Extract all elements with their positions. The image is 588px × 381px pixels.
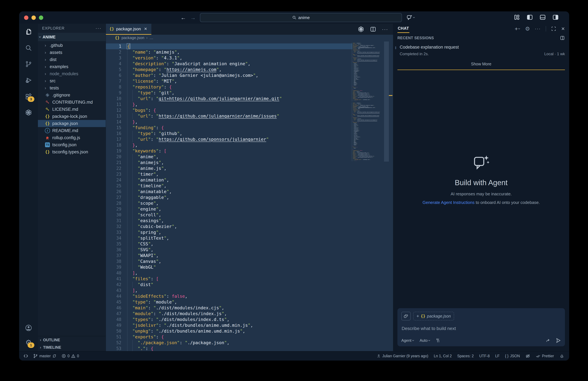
code-line[interactable]: "main": "./dist/modules/index.cjs", bbox=[352, 152, 385, 153]
tree-item-package-lock-json[interactable]: {}package-lock.json bbox=[38, 113, 106, 120]
code-line[interactable]: "bugs": { bbox=[352, 114, 385, 115]
code-line[interactable]: "license": "MIT", bbox=[352, 108, 385, 109]
code-line[interactable]: "spring", bbox=[352, 137, 385, 139]
minimize-window-button[interactable] bbox=[31, 16, 36, 20]
code-line[interactable]: "scope", bbox=[127, 200, 350, 206]
generate-agent-instructions-link[interactable]: Generate Agent Instructions bbox=[422, 200, 474, 205]
code-line[interactable]: { bbox=[352, 42, 385, 43]
code-line[interactable]: "keywords": [ bbox=[352, 62, 385, 63]
code-line[interactable]: "type": "git", bbox=[127, 90, 350, 96]
code-line[interactable]: "bugs": { bbox=[352, 54, 385, 55]
code-line[interactable]: "scroll", bbox=[352, 74, 385, 75]
code-line[interactable]: "timeline", bbox=[352, 129, 385, 130]
context-chip-package-json[interactable]: + {} package.json bbox=[413, 312, 454, 320]
code-line[interactable]: "./package.json": "./package.json", bbox=[127, 340, 350, 346]
code-line[interactable]: ], bbox=[127, 270, 350, 276]
code-line[interactable]: "main": "./dist/modules/index.cjs", bbox=[127, 305, 350, 311]
code-line[interactable]: "sideEffects": false, bbox=[352, 90, 385, 91]
code-line[interactable]: "keywords": [ bbox=[127, 148, 350, 154]
code-line[interactable]: "draggable", bbox=[352, 71, 385, 72]
tree-item-contributing-md[interactable]: CONTRIBUTING.md bbox=[38, 99, 106, 106]
code-line[interactable]: "timer", bbox=[127, 171, 350, 177]
code-line[interactable]: "module": "./dist/modules/index.js", bbox=[352, 153, 385, 155]
code-line[interactable]: "name": "animejs", bbox=[352, 43, 385, 44]
code-line[interactable]: "Canvas", bbox=[127, 258, 350, 264]
session-title[interactable]: Codebase explanation request bbox=[400, 45, 565, 50]
code-line[interactable]: "spring", bbox=[127, 229, 350, 235]
code-line[interactable]: "types": "./dist/modules/index.d.ts", bbox=[127, 316, 350, 322]
code-line[interactable]: }, bbox=[352, 53, 385, 54]
code-line[interactable]: "engine", bbox=[127, 206, 350, 212]
code-line[interactable]: "repository": { bbox=[352, 49, 385, 50]
tree-item-node-modules[interactable]: ›node_modules bbox=[38, 70, 106, 77]
code-line[interactable]: { bbox=[352, 101, 385, 103]
workspace-section-header[interactable]: › ANIME bbox=[38, 33, 106, 41]
code-line[interactable]: "url": "git+https://github.com/juliangar… bbox=[127, 96, 350, 102]
code-line[interactable]: "description": "JavaScript animation eng… bbox=[352, 45, 385, 46]
code-line[interactable]: "name": "animejs", bbox=[352, 103, 385, 104]
code-editor[interactable]: 1234567891011121314151617181920212223242… bbox=[106, 41, 393, 351]
code-line[interactable]: "WebGL" bbox=[127, 264, 350, 270]
code-line[interactable]: "name": "animejs", bbox=[127, 49, 350, 55]
code-line[interactable]: "dist" bbox=[352, 148, 385, 149]
code-line[interactable]: "Canvas", bbox=[352, 143, 385, 144]
tree-item-package-json[interactable]: {}package.json bbox=[38, 120, 106, 127]
command-center-search[interactable]: anime bbox=[200, 13, 402, 22]
breadcrumb-symbol[interactable]: … bbox=[149, 36, 153, 40]
code-line[interactable]: "scroll", bbox=[352, 134, 385, 135]
code-line[interactable]: "SVG", bbox=[127, 247, 350, 253]
code-line[interactable]: "bugs": { bbox=[127, 107, 350, 113]
activity-item-extensions[interactable]: 3 bbox=[24, 92, 33, 101]
code-line[interactable]: "keywords": [ bbox=[352, 122, 385, 123]
indentation-status[interactable]: Spaces: 2 bbox=[457, 354, 474, 358]
code-line[interactable]: "WebGL" bbox=[352, 85, 385, 86]
code-line[interactable]: "WAAPI", bbox=[352, 82, 385, 83]
code-line[interactable]: "version": "4.3.1", bbox=[127, 55, 350, 61]
code-line[interactable]: "url": "git+https://github.com/juliangar… bbox=[352, 112, 385, 113]
code-line[interactable]: "jsdelivr": "./dist/bundles/anime.umd.mi… bbox=[352, 96, 385, 97]
toggle-panel-icon[interactable] bbox=[539, 14, 546, 21]
tree-item-src[interactable]: ›src bbox=[38, 77, 106, 85]
code-line[interactable]: "animation", bbox=[352, 127, 385, 129]
code-line[interactable]: "scope", bbox=[352, 132, 385, 133]
chat-input-placeholder[interactable]: Describe what to build next bbox=[402, 326, 561, 331]
code-line[interactable]: }, bbox=[352, 56, 385, 57]
explorer-menu-icon[interactable]: ··· bbox=[96, 26, 102, 31]
language-mode-status[interactable]: { } JSON bbox=[505, 354, 520, 358]
code-line[interactable]: "engine", bbox=[352, 133, 385, 134]
code-line[interactable]: ], bbox=[127, 288, 350, 293]
code-line[interactable]: "engine", bbox=[352, 73, 385, 74]
code-line[interactable]: "./package.json": "./package.json", bbox=[352, 99, 385, 100]
toggle-secondary-sidebar-icon[interactable] bbox=[552, 14, 559, 21]
code-line[interactable]: { bbox=[127, 44, 350, 49]
activity-item-account[interactable] bbox=[24, 323, 33, 332]
code-line[interactable]: "animejs", bbox=[127, 160, 350, 165]
tree-item-dist[interactable]: ›dist bbox=[38, 56, 106, 63]
code-line[interactable]: "type": "git", bbox=[352, 50, 385, 52]
code-line[interactable]: "homepage": "https://animejs.com", bbox=[127, 67, 350, 72]
code-line[interactable]: "SVG", bbox=[352, 81, 385, 82]
zoom-window-button[interactable] bbox=[39, 16, 43, 20]
code-line[interactable]: "easings", bbox=[127, 218, 350, 224]
activity-item-search[interactable] bbox=[24, 44, 33, 52]
copilot-disabled-icon[interactable] bbox=[525, 354, 530, 359]
code-line[interactable]: "unpkg": "./dist/bundles/anime.umd.min.j… bbox=[127, 328, 350, 334]
code-line[interactable]: "spring", bbox=[352, 78, 385, 79]
code-line[interactable]: "anime.js", bbox=[352, 125, 385, 126]
activity-item-settings[interactable]: ⚙1 bbox=[24, 338, 33, 347]
code-line[interactable]: "type": "github", bbox=[127, 131, 350, 136]
code-line[interactable]: "url": "https://github.com/sponsors/juli… bbox=[352, 60, 385, 61]
formatter-status[interactable]: Prettier bbox=[536, 354, 554, 359]
code-line[interactable]: "author": "Julian Garnier <julian@animej… bbox=[352, 107, 385, 108]
tree-item-readme-md[interactable]: iREADME.md bbox=[38, 127, 106, 134]
code-line[interactable]: "draggable", bbox=[352, 131, 385, 132]
code-line[interactable]: "CSS", bbox=[352, 140, 385, 141]
code-line[interactable]: "WAAPI", bbox=[127, 253, 350, 258]
open-sessions-side-icon[interactable] bbox=[560, 35, 565, 41]
code-line[interactable]: "url": "https://github.com/juliangarnier… bbox=[352, 55, 385, 56]
code-line[interactable]: "easings", bbox=[352, 135, 385, 136]
code-line[interactable]: "animatable", bbox=[352, 130, 385, 131]
code-line[interactable]: "url": "https://github.com/juliangarnier… bbox=[352, 115, 385, 116]
dictation-arrow-icon[interactable] bbox=[546, 338, 551, 343]
forward-icon[interactable]: → bbox=[190, 15, 196, 21]
